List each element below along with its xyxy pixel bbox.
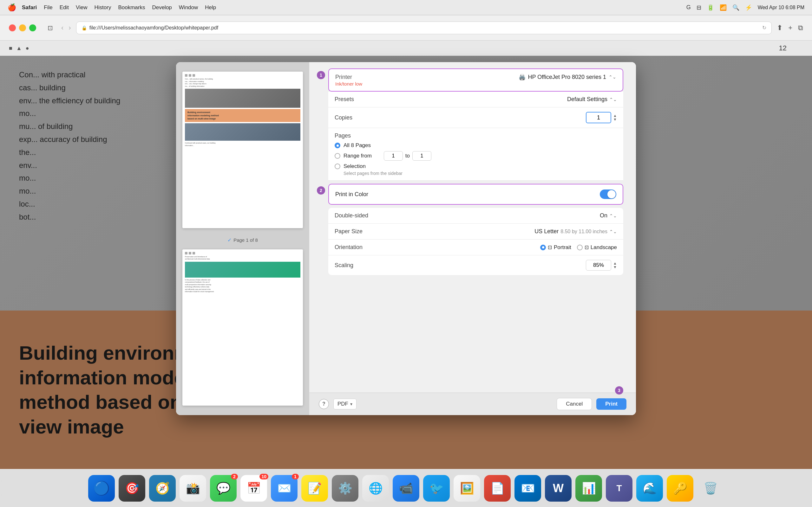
notes-icon: 📝 [308,482,322,495]
new-tab-icon[interactable]: + [788,24,792,32]
dock-safari[interactable]: 🧭 [149,475,176,502]
copies-stepper[interactable]: ▲ ▼ [613,114,617,121]
range-from-input[interactable] [384,151,403,161]
dock-mail-outlook[interactable]: 📧 [514,475,541,502]
paper-size-text: US Letter [535,228,559,235]
color-toggle[interactable] [600,189,616,199]
address-bar[interactable]: 🔒 file:///Users/melissachaoyamfong/Deskt… [76,21,772,34]
landscape-option[interactable]: ⊡ Landscape [577,244,617,250]
bottom-bar: ? PDF ▾ Cancel Print [309,393,636,415]
printer-section: Printer 🖨️ HP OfficeJet Pro 8020 series … [328,68,623,92]
cancel-button[interactable]: Cancel [557,398,592,410]
copies-input[interactable]: 1 [586,112,611,123]
sidebar-toggle-icon[interactable]: ⊡ [48,24,53,32]
close-button[interactable] [9,24,16,32]
minimize-button[interactable] [19,24,26,32]
siri-icon[interactable]: ⚡ [745,4,752,11]
dock-acrobat[interactable]: 📄 [484,475,511,502]
pages-range-option[interactable]: Range from to [335,151,617,161]
dock-numbers[interactable]: 📊 [575,475,602,502]
dock-calendar[interactable]: 📅 10 [241,475,267,502]
menu-develop[interactable]: Develop [152,4,171,11]
help-button[interactable]: ? [319,399,329,409]
dock-photos[interactable]: 📸 [180,475,206,502]
pdf-dropdown[interactable]: PDF ▾ [334,399,357,409]
menu-file[interactable]: File [44,4,52,11]
pages-selection-row: Selection [335,163,617,170]
dock-preview[interactable]: 🖼️ [454,475,480,502]
dock-zoom[interactable]: 📹 [393,475,419,502]
menu-history[interactable]: History [95,4,111,11]
menu-bookmarks[interactable]: Bookmarks [118,4,145,11]
safari-icon: 🧭 [155,482,170,495]
dock-system-prefs[interactable]: ⚙️ [332,475,358,502]
double-sided-value[interactable]: On ⌃⌄ [600,212,617,219]
copies-label: Copies [335,114,352,121]
messages-icon: 💬 [216,482,231,495]
pages-all-radio[interactable] [335,143,340,148]
maximize-button[interactable] [29,24,36,32]
pages-selection-radio[interactable] [335,164,340,169]
double-sided-wrapper: Double-sided On ⌃⌄ [309,205,636,224]
scaling-down[interactable]: ▼ [613,265,617,269]
landscape-radio[interactable] [577,245,583,250]
printer-dropdown-arrow: ⌃⌄ [609,74,616,79]
printer-value[interactable]: 🖨️ HP OfficeJet Pro 8020 series 1 ⌃⌄ [519,73,616,80]
paper-size-value[interactable]: US Letter 8.50 by 11.00 inches ⌃⌄ [535,228,617,235]
dock-finder[interactable]: 🔵 [88,475,115,502]
lock-icon: 🔒 [82,25,87,31]
copies-down[interactable]: ▼ [613,118,617,121]
circle-icon: ● [26,45,29,52]
preview-page-2[interactable]: Preservation and Inheritance of architec… [183,249,303,406]
dock-messages[interactable]: 💬 2 [210,475,237,502]
range-to-input[interactable] [412,151,432,161]
menu-window[interactable]: Window [179,4,198,11]
dock-trash[interactable]: 🗑️ [697,475,724,502]
reload-icon[interactable]: ↻ [762,25,766,31]
section-1-number: 1 [317,71,325,79]
pages-all-label: All 8 Pages [344,142,371,149]
dock-chrome[interactable]: 🌐 [362,475,389,502]
presets-value[interactable]: Default Settings ⌃⌄ [567,96,617,103]
mail-badge: 1 [292,474,299,480]
dock-keychain[interactable]: 🔑 [667,475,693,502]
pages-wrapper: Pages All 8 Pages Range from [309,128,636,181]
menu-help[interactable]: Help [205,4,216,11]
orientation-row: Orientation ⊡ Portrait ⊡ Landscape [328,239,623,256]
menu-safari[interactable]: Safari [22,4,37,11]
preview-page-2-content: Preservation and Inheritance of architec… [183,249,303,296]
twitterrific-icon: 🐦 [429,482,444,495]
dock-mail[interactable]: ✉️ 1 [271,475,298,502]
pages-range-radio[interactable] [335,153,340,159]
menu-edit[interactable]: Edit [60,4,69,11]
tabs-icon[interactable]: ⧉ [798,24,803,32]
printer-name: HP OfficeJet Pro 8020 series 1 [528,74,606,80]
share-icon[interactable]: ⬆ [777,24,782,32]
dock-monodraw[interactable]: 🌊 [636,475,663,502]
print-button[interactable]: Print [596,398,626,410]
portrait-option[interactable]: ⊡ Portrait [540,244,571,250]
scaling-stepper[interactable]: ▲ ▼ [613,262,617,269]
pages-selection-option[interactable]: Selection Select pages from the sidebar [335,163,617,176]
double-sided-arrow: ⌃⌄ [609,213,617,218]
scaling-wrapper: Scaling ▲ ▼ [309,256,636,275]
square-icon: ■ [9,45,12,52]
scaling-input[interactable] [586,260,611,271]
menu-view[interactable]: View [76,4,88,11]
scaling-value[interactable]: ▲ ▼ [586,260,617,271]
apple-menu[interactable]: 🍎 [8,3,16,12]
dock-notes[interactable]: 📝 [301,475,328,502]
pages-all-option[interactable]: All 8 Pages [335,142,617,149]
presets-wrapper: Presets Default Settings ⌃⌄ [309,92,636,107]
control-center-icon[interactable]: ⊟ [697,4,701,11]
search-icon[interactable]: 🔍 [732,4,740,11]
portrait-radio[interactable] [540,245,546,250]
forward-button[interactable]: › [68,24,71,32]
dock-launchpad[interactable]: 🎯 [119,475,145,502]
paper-size-wrapper: Paper Size US Letter 8.50 by 11.00 inche… [309,224,636,239]
dock-word[interactable]: W [545,475,571,502]
dock-twitterrific[interactable]: 🐦 [423,475,450,502]
back-button[interactable]: ‹ [61,24,63,32]
dock-teams[interactable]: T [606,475,632,502]
preview-page-1[interactable]: Con... with practical names, the buildin… [183,72,303,228]
